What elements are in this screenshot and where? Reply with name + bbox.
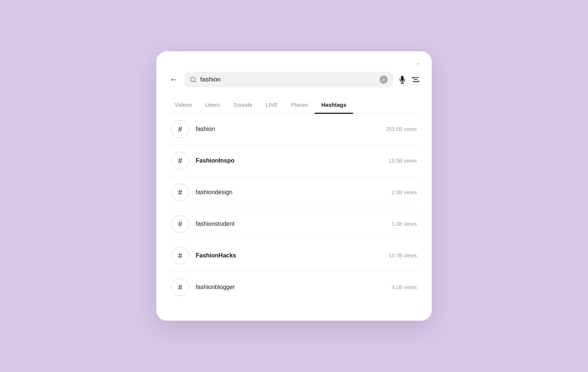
- hashtag-icon: #: [171, 247, 189, 264]
- hashtag-name: fashiondesign: [196, 189, 392, 196]
- search-bar: ×: [185, 72, 393, 87]
- minimize-dot: [417, 63, 420, 64]
- top-bar: [168, 63, 420, 64]
- tab-hashtags[interactable]: Hashtags: [314, 98, 353, 113]
- hashtag-views: 2.3B views: [392, 189, 417, 195]
- results-list: #fashion253.5B views#FashionInspo13.5B v…: [168, 113, 420, 303]
- clear-icon: ×: [382, 77, 385, 83]
- hashtag-name: fashionstudent: [196, 221, 392, 227]
- tab-users[interactable]: Users: [199, 98, 227, 113]
- hashtag-icon: #: [171, 183, 189, 201]
- hashtag-views: 13.5B views: [389, 158, 417, 164]
- search-row: ← ×: [168, 72, 420, 87]
- list-item[interactable]: #fashionstudent1.0B views: [168, 208, 420, 240]
- clear-button[interactable]: ×: [380, 76, 388, 84]
- hashtag-views: 4.1B views: [392, 284, 417, 290]
- hashtag-icon: #: [171, 215, 189, 233]
- search-results-card: ← ×: [156, 51, 432, 321]
- tab-videos[interactable]: Videos: [168, 98, 199, 113]
- svg-point-7: [412, 77, 414, 79]
- filter-button[interactable]: [412, 76, 420, 84]
- back-button[interactable]: ←: [168, 73, 179, 86]
- hashtag-name: FashionInspo: [196, 157, 389, 164]
- mic-button[interactable]: [398, 76, 406, 84]
- hashtag-views: 253.5B views: [386, 126, 417, 132]
- list-item[interactable]: #fashionblogger4.1B views: [168, 272, 420, 303]
- search-icon: [190, 76, 196, 83]
- list-item[interactable]: #FashionInspo13.5B views: [168, 145, 420, 177]
- svg-line-1: [194, 81, 195, 82]
- hashtag-icon: #: [171, 152, 189, 170]
- hashtag-icon: #: [171, 278, 189, 296]
- back-icon: ←: [170, 75, 178, 84]
- search-input[interactable]: [200, 76, 376, 83]
- hashtag-icon: #: [171, 120, 189, 138]
- hashtag-name: fashion: [196, 126, 386, 132]
- tab-live[interactable]: LIVE: [259, 98, 285, 113]
- hashtag-name: fashionblogger: [196, 284, 392, 291]
- list-item[interactable]: #fashiondesign2.3B views: [168, 177, 420, 208]
- tab-places[interactable]: Places: [284, 98, 314, 113]
- tab-sounds[interactable]: Sounds: [227, 98, 259, 113]
- hashtag-views: 13.7B views: [389, 253, 417, 259]
- list-item[interactable]: #FashionHacks13.7B views: [168, 240, 420, 272]
- tabs-row: VideosUsersSoundsLIVEPlacesHashtags: [168, 98, 420, 113]
- list-item[interactable]: #fashion253.5B views: [168, 113, 420, 145]
- hashtag-views: 1.0B views: [392, 221, 417, 227]
- hashtag-name: FashionHacks: [196, 252, 389, 259]
